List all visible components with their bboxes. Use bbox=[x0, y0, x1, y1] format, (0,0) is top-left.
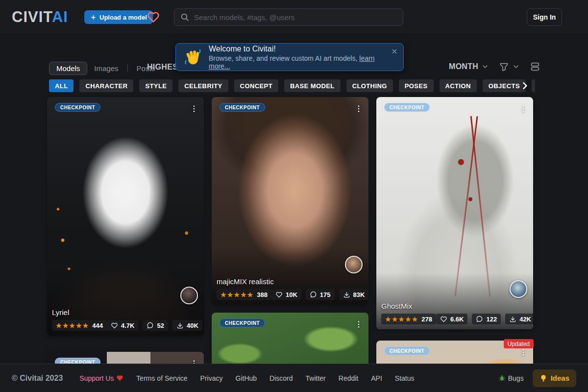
category-pill-action[interactable]: ACTION bbox=[440, 79, 477, 92]
footer-links: Support Us Terms of Service Privacy GitH… bbox=[79, 374, 414, 382]
model-type-badge: CHECKPOINT bbox=[384, 103, 430, 112]
comment-icon bbox=[310, 291, 317, 298]
footer-link-github[interactable]: GitHub bbox=[236, 374, 257, 382]
list-controls: MONTH bbox=[449, 61, 540, 72]
comment-icon bbox=[147, 322, 154, 329]
model-title: GhostMix bbox=[381, 302, 528, 310]
waving-hand-icon bbox=[184, 49, 201, 66]
chevron-down-icon[interactable] bbox=[512, 63, 520, 71]
category-pill-clothing[interactable]: CLOTHING bbox=[346, 79, 393, 92]
ideas-button[interactable]: Ideas bbox=[533, 369, 576, 387]
card-info: Lyriel ★★★★★ 444 4.7K 52 bbox=[47, 305, 204, 336]
footer-link-twitter[interactable]: Twitter bbox=[306, 374, 326, 382]
likes-pill[interactable]: 10K bbox=[271, 289, 301, 300]
logo-civit-text: CIVIT bbox=[12, 8, 52, 25]
creator-avatar[interactable] bbox=[180, 287, 198, 304]
category-pill-character[interactable]: CHARACTER bbox=[79, 79, 133, 92]
model-type-badge: CHECKPOINT bbox=[220, 318, 265, 327]
star-rating: ★★★★★ bbox=[56, 322, 89, 329]
upload-model-label: Upload a model bbox=[99, 14, 147, 21]
welcome-banner: Welcome to Civitai! Browse, share, and r… bbox=[175, 43, 404, 71]
banner-text: Welcome to Civitai! Browse, share, and r… bbox=[209, 45, 395, 70]
model-card[interactable]: CHECKPOINT bbox=[47, 352, 204, 364]
downloads-pill[interactable]: 83K bbox=[339, 289, 368, 300]
banner-body: Browse, share, and review custom AI art … bbox=[209, 54, 395, 70]
download-icon bbox=[176, 322, 184, 329]
footer-link-status[interactable]: Status bbox=[395, 374, 415, 382]
card-menu-button[interactable] bbox=[187, 102, 201, 116]
model-card[interactable]: CHECKPOINT GhostMix ★★★★★ 278 6.6K bbox=[376, 97, 533, 329]
model-card[interactable]: CHECKPOINT Lyriel ★★★★★ 444 4.7K bbox=[47, 97, 204, 336]
heart-icon bbox=[111, 322, 118, 329]
bugs-link[interactable]: Bugs bbox=[498, 374, 524, 382]
download-icon bbox=[343, 291, 350, 298]
banner-close-button[interactable] bbox=[390, 47, 399, 56]
category-pill-celebrity[interactable]: CELEBRITY bbox=[178, 79, 228, 92]
downloads-pill[interactable]: 42K bbox=[505, 314, 533, 324]
creator-avatar[interactable] bbox=[345, 256, 363, 273]
model-card[interactable]: Updated CHECKPOINT bbox=[376, 341, 533, 364]
rating-pill[interactable]: ★★★★★ 388 bbox=[217, 289, 271, 300]
civitai-logo[interactable]: CIVITAI bbox=[12, 8, 68, 26]
footer-link-discord[interactable]: Discord bbox=[270, 374, 293, 382]
upload-model-button[interactable]: Upload a model bbox=[84, 10, 153, 24]
chevron-right-icon bbox=[520, 81, 530, 91]
filter-icon[interactable] bbox=[499, 62, 509, 72]
category-filter-bar: ALL CHARACTER STYLE CELEBRITY CONCEPT BA… bbox=[49, 79, 535, 92]
search-input[interactable] bbox=[194, 13, 397, 22]
likes-pill[interactable]: 6.6K bbox=[436, 314, 467, 324]
likes-pill[interactable]: 4.7K bbox=[107, 320, 138, 331]
comments-pill[interactable]: 122 bbox=[472, 314, 501, 324]
category-pill-base-model[interactable]: BASE MODEL bbox=[284, 79, 341, 92]
comments-count: 122 bbox=[486, 316, 497, 323]
category-pill-concept[interactable]: CONCEPT bbox=[234, 79, 278, 92]
footer-link-terms[interactable]: Terms of Service bbox=[136, 374, 187, 382]
dots-vertical-icon bbox=[519, 348, 528, 357]
card-menu-button[interactable] bbox=[516, 102, 530, 116]
close-icon bbox=[392, 49, 397, 54]
tab-images[interactable]: Images bbox=[87, 62, 125, 74]
rating-pill[interactable]: ★★★★★ 444 bbox=[52, 320, 107, 331]
dots-vertical-icon bbox=[354, 104, 363, 113]
footer: © Civitai 2023 Support Us Terms of Servi… bbox=[0, 364, 588, 392]
category-pill-all[interactable]: ALL bbox=[49, 79, 74, 92]
model-card[interactable]: CHECKPOINT bbox=[212, 313, 368, 364]
likes-count: 4.7K bbox=[121, 322, 134, 329]
updated-badge: Updated bbox=[504, 339, 534, 348]
content-tabs: Models Images Posts bbox=[49, 61, 162, 75]
favorites-heart-icon[interactable] bbox=[146, 9, 161, 25]
comments-pill[interactable]: 52 bbox=[143, 320, 168, 331]
footer-link-reddit[interactable]: Reddit bbox=[339, 374, 358, 382]
card-menu-button[interactable] bbox=[352, 318, 366, 331]
search-bar[interactable] bbox=[174, 8, 403, 26]
dots-vertical-icon bbox=[190, 104, 198, 113]
layout-rows-icon[interactable] bbox=[530, 61, 540, 72]
footer-link-support-us[interactable]: Support Us bbox=[79, 374, 123, 382]
category-pill-background[interactable]: BACKGROUND bbox=[532, 79, 535, 92]
creator-avatar[interactable] bbox=[510, 280, 527, 298]
bug-icon bbox=[498, 374, 506, 382]
categories-scroll-button[interactable] bbox=[518, 79, 531, 92]
tab-models[interactable]: Models bbox=[49, 62, 87, 75]
comments-pill[interactable]: 175 bbox=[306, 289, 335, 300]
likes-count: 6.6K bbox=[450, 316, 464, 323]
footer-link-api[interactable]: API bbox=[371, 374, 382, 382]
downloads-pill[interactable]: 40K bbox=[172, 320, 202, 331]
category-pill-style[interactable]: STYLE bbox=[139, 79, 172, 92]
card-menu-button[interactable] bbox=[352, 102, 366, 116]
main-content: Welcome to Civitai! Browse, share, and r… bbox=[0, 34, 588, 364]
model-title: Lyriel bbox=[52, 308, 199, 317]
footer-link-privacy[interactable]: Privacy bbox=[200, 374, 223, 382]
rating-pill[interactable]: ★★★★★ 278 bbox=[381, 314, 436, 324]
model-card[interactable]: CHECKPOINT majicMIX realistic ★★★★★ 388 … bbox=[212, 97, 368, 305]
period-dropdown[interactable]: MONTH bbox=[449, 62, 478, 71]
dots-vertical-icon bbox=[354, 320, 363, 329]
likes-count: 10K bbox=[286, 291, 297, 298]
chevron-down-icon[interactable] bbox=[481, 63, 489, 71]
rating-count: 444 bbox=[92, 322, 103, 329]
banner-title: Welcome to Civitai! bbox=[209, 45, 395, 53]
sign-in-button[interactable]: Sign In bbox=[527, 8, 562, 26]
card-menu-button[interactable] bbox=[187, 357, 201, 364]
plus-icon bbox=[90, 14, 97, 21]
category-pill-poses[interactable]: POSES bbox=[399, 79, 434, 92]
